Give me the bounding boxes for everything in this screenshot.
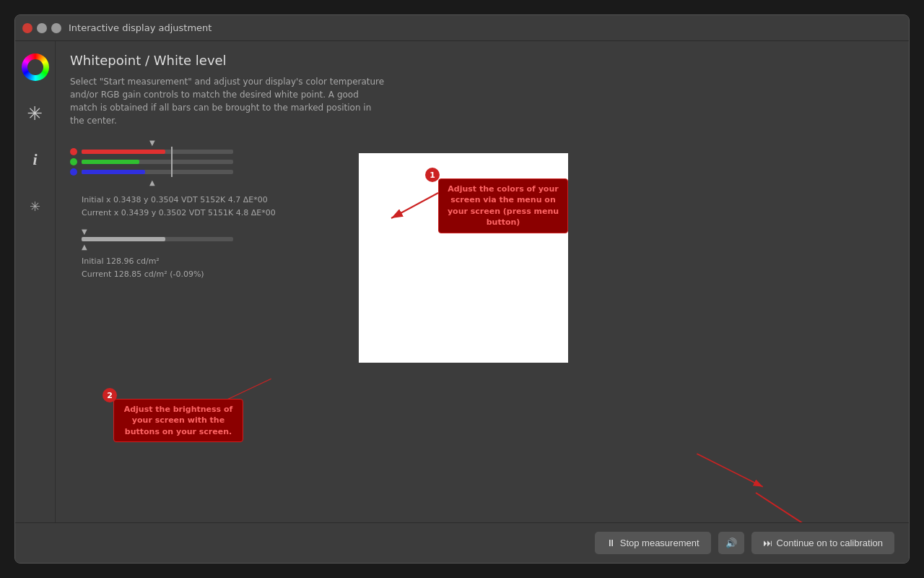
minimize-button[interactable] [37,23,47,33]
maximize-button[interactable] [51,23,61,33]
continue-label: Continue on to calibration [777,538,883,548]
red-dot [70,148,77,155]
window-title: Interactive display adjustment [69,22,212,33]
blue-track[interactable] [82,170,233,174]
info-icon: i [21,145,50,174]
brightness-stats: Initial 128.96 cd/m² Current 128.85 cd/m… [82,255,344,280]
stop-label: Stop measurement [620,538,699,548]
window-controls [22,23,61,33]
red-fill [82,150,165,154]
continue-calibration-button[interactable]: ⏭ Continue on to calibration [751,532,894,554]
annotation-box-1: Adjust the colors of your screen via the… [438,178,568,233]
main-window: Interactive display adjustment ✳ i ✳ Whi… [14,14,910,564]
sound-button[interactable]: 🔊 [718,532,744,554]
left-controls: ▼ [70,139,344,363]
green-fill [82,160,139,164]
sidebar: ✳ i ✳ [15,41,56,522]
annotation-badge-1: 1 [425,168,440,182]
continue-icon: ⏭ [763,538,772,548]
blue-slider-row [70,168,344,176]
green-slider-row [70,158,344,165]
blue-dot [70,168,77,176]
color-sliders: ▼ [70,139,344,186]
close-button[interactable] [22,23,32,33]
red-slider-row [70,148,344,155]
page-title: Whitepoint / White level [70,53,894,68]
sound-icon: 🔊 [725,538,737,548]
target-arrow-top: ▼ [149,139,344,147]
sun-icon: ✳ [21,99,50,128]
small-sun-icon: ✳ [21,191,50,220]
blue-fill [82,170,145,174]
titlebar: Interactive display adjustment [15,15,909,41]
main-area: Whitepoint / White level Select "Start m… [56,41,909,522]
annotation-badge-2: 2 [103,388,117,402]
red-target-line [171,147,173,157]
green-target-line [171,157,173,167]
red-track[interactable] [82,150,233,154]
page-description: Select "Start measurement" and adjust yo… [70,75,388,127]
target-arrow-bottom: ▲ [149,178,344,186]
initial-xy-stat: Initial x 0.3438 y 0.3504 VDT 5152K 4.7 … [82,194,344,219]
brightness-section: ▼ ▲ Initial 128.96 cd/m² Current 128.85 … [70,228,344,280]
green-track[interactable] [82,160,233,164]
content-area: ✳ i ✳ Whitepoint / White level Select "S… [15,41,909,522]
brightness-arrow-top: ▼ [82,228,344,236]
svg-line-7 [756,493,828,522]
brightness-fill [82,237,165,241]
stop-measurement-button[interactable]: ⏸ Stop measurement [595,532,711,554]
brightness-arrow-bottom: ▲ [82,243,344,251]
brightness-track[interactable] [82,237,233,241]
color-wheel-icon[interactable] [21,53,50,82]
green-dot [70,158,77,165]
brightness-slider-wrap [82,237,344,241]
relative-container: ▼ [70,139,894,511]
svg-line-4 [697,454,762,487]
blue-target-line [171,167,173,177]
stop-icon: ⏸ [606,538,616,548]
footer: ⏸ Stop measurement 🔊 ⏭ Continue on to ca… [15,522,909,563]
annotation-box-2: Adjust the brightness of your screen wit… [113,399,243,442]
